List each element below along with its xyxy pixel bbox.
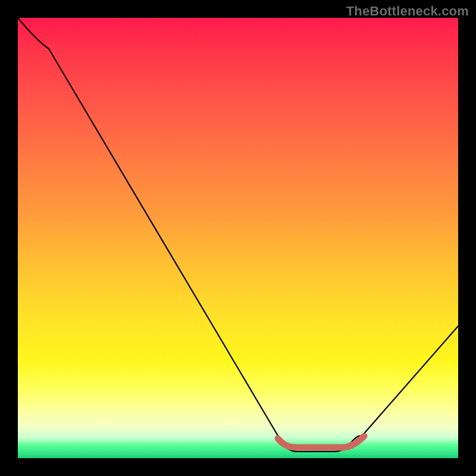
watermark-label: TheBottleneck.com: [346, 4, 469, 19]
bottleneck-curve: [18, 18, 458, 452]
chart-svg: [18, 18, 458, 458]
chart-plot-area: [18, 18, 458, 458]
chart-canvas: TheBottleneck.com: [0, 0, 476, 476]
